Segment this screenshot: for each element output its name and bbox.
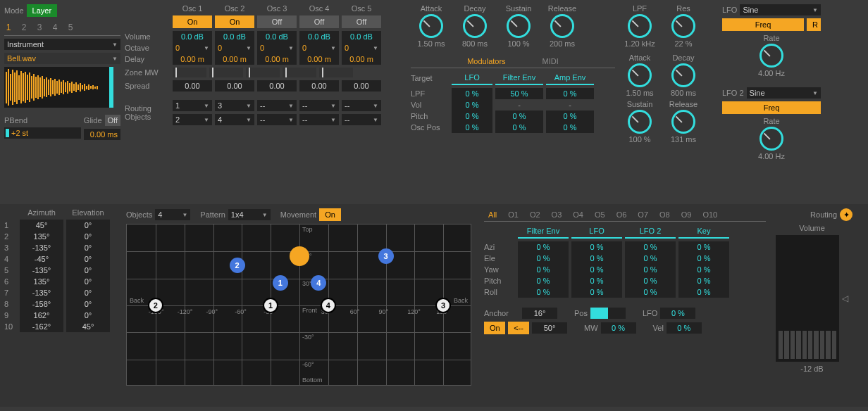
volume-1[interactable]: 0.0 dB [173, 31, 212, 42]
mod-LPF-0[interactable]: 0 % [452, 88, 492, 99]
obj-Roll-2[interactable]: 0 % [625, 286, 676, 298]
obj-tab-All[interactable]: All [484, 208, 501, 221]
obj-Yaw-2[interactable]: 0 % [625, 264, 676, 275]
grid-dot-white-4[interactable]: 4 [321, 298, 336, 313]
layer-button[interactable]: Layer [27, 4, 58, 17]
objmod-col-key[interactable]: Key [678, 225, 729, 239]
routing-1-4[interactable]: -- [342, 114, 381, 125]
obj-tab-O3[interactable]: O3 [547, 208, 566, 221]
wrench-icon[interactable]: ✦ [840, 208, 852, 221]
obj-Pitch-1[interactable]: 0 % [571, 275, 622, 286]
filt-res-knob[interactable] [671, 14, 695, 38]
spatial-grid[interactable]: TopBottomFrontBackBack60°30°-30°-60°-150… [126, 224, 471, 386]
mod-col-ampenv[interactable]: Amp Env [546, 71, 594, 85]
zone-slider-1[interactable] [173, 68, 206, 77]
obj-Pitch-3[interactable]: 0 % [678, 275, 729, 286]
mod-LPF-1[interactable]: 50 % [495, 88, 543, 99]
lfo2-rate-knob[interactable] [760, 127, 783, 151]
osc2-toggle[interactable]: On [215, 15, 254, 28]
obj-Yaw-0[interactable]: 0 % [518, 264, 569, 275]
pattern-select[interactable]: 1x4 [228, 209, 271, 220]
spread-5[interactable]: 0.00 [342, 80, 381, 91]
obj-Yaw-1[interactable]: 0 % [571, 264, 622, 275]
obj-Ele-2[interactable]: 0 % [625, 253, 676, 264]
lfo2-freq-btn[interactable]: Freq [722, 101, 821, 114]
mod-Pitch-1[interactable]: 0 % [495, 110, 543, 122]
delay-4[interactable]: 0.00 m [299, 53, 339, 65]
anchor-arrow[interactable]: <-- [508, 322, 529, 334]
obj-Ele-1[interactable]: 0 % [571, 253, 622, 264]
obj-tab-O4[interactable]: O4 [569, 208, 588, 221]
spread-3[interactable]: 0.00 [257, 80, 297, 91]
mod-Osc Pos-2[interactable]: 0 % [546, 122, 594, 133]
grid-dot-blue-2[interactable]: 2 [230, 258, 245, 273]
objects-select[interactable]: 4 [155, 209, 190, 220]
layer-2[interactable]: 2 [20, 23, 28, 32]
volume-5[interactable]: 0.0 dB [342, 31, 381, 42]
azimuth-1[interactable]: 45° [20, 220, 63, 231]
elevation-3[interactable]: 0° [66, 242, 110, 253]
octave-4[interactable]: 0 [299, 42, 339, 53]
obj-tab-O10[interactable]: O10 [698, 208, 721, 221]
delay-5[interactable]: 0.00 m [342, 53, 381, 65]
adsr-sustain-knob[interactable] [507, 14, 531, 38]
midi-tab[interactable]: MIDI [538, 55, 563, 68]
routing-1-3[interactable]: -- [299, 114, 339, 125]
env2-decay-knob[interactable] [671, 63, 695, 87]
obj-tab-O9[interactable]: O9 [677, 208, 696, 221]
spread-1[interactable]: 0.00 [173, 80, 212, 91]
glide-value[interactable]: 0.00 ms [84, 129, 120, 140]
obj-Roll-1[interactable]: 0 % [571, 286, 622, 298]
obj-Azi-2[interactable]: 0 % [625, 241, 676, 253]
layer-3[interactable]: 3 [35, 23, 44, 32]
delay-3[interactable]: 0.00 m [257, 53, 297, 65]
obj-tab-O2[interactable]: O2 [526, 208, 545, 221]
layer-5[interactable]: 5 [66, 23, 75, 32]
objmod-col-lfo[interactable]: LFO [571, 225, 622, 239]
zone-slider-5[interactable] [319, 68, 353, 77]
obj-Yaw-3[interactable]: 0 % [678, 264, 729, 275]
octave-1[interactable]: 0 [173, 42, 212, 53]
routing-0-4[interactable]: -- [342, 100, 381, 111]
obj-Azi-3[interactable]: 0 % [678, 241, 729, 253]
adsr-release-knob[interactable] [550, 14, 574, 38]
obj-Roll-0[interactable]: 0 % [518, 286, 569, 298]
sample-select[interactable]: Bell.wav [4, 53, 120, 64]
filt-lpf-knob[interactable] [628, 14, 652, 38]
azimuth-4[interactable]: -45° [20, 253, 63, 265]
routing-1-0[interactable]: 2 [173, 114, 212, 125]
routing-0-3[interactable]: -- [299, 100, 339, 111]
adsr-attack-knob[interactable] [419, 14, 443, 38]
lfo-bot-value[interactable]: 0 % [660, 308, 695, 319]
anchor-value[interactable]: 16° [522, 308, 557, 319]
env2-release-knob[interactable] [671, 110, 695, 134]
pos-slider[interactable] [590, 308, 626, 319]
mod-Pitch-2[interactable]: 0 % [546, 110, 594, 122]
azimuth-7[interactable]: -135° [20, 287, 63, 298]
obj-tab-O8[interactable]: O8 [655, 208, 674, 221]
mod-Osc Pos-1[interactable]: 0 % [495, 122, 543, 133]
lfo1-freq-btn[interactable]: Freq [722, 18, 804, 31]
vel-value[interactable]: 0 % [666, 322, 702, 334]
obj-Roll-3[interactable]: 0 % [678, 286, 729, 298]
volume-handle-icon[interactable]: ◁ [842, 293, 848, 303]
obj-tab-O5[interactable]: O5 [590, 208, 609, 221]
zone-slider-4[interactable] [283, 68, 316, 77]
elevation-5[interactable]: 0° [66, 265, 110, 276]
obj-Ele-0[interactable]: 0 % [518, 253, 569, 264]
mod-Pitch-0[interactable]: 0 % [452, 110, 492, 122]
azimuth-3[interactable]: -135° [20, 242, 63, 253]
elevation-9[interactable]: 0° [66, 310, 110, 321]
azimuth-10[interactable]: -162° [20, 321, 63, 332]
env2-attack-knob[interactable] [628, 63, 652, 87]
osc1-toggle[interactable]: On [173, 15, 212, 28]
lfo1-r-btn[interactable]: R [807, 18, 821, 31]
obj-Azi-0[interactable]: 0 % [518, 241, 569, 253]
glide-toggle[interactable]: Off [105, 115, 120, 126]
volume-4[interactable]: 0.0 dB [299, 31, 339, 42]
octave-3[interactable]: 0 [257, 42, 297, 53]
obj-Azi-1[interactable]: 0 % [571, 241, 622, 253]
spread-2[interactable]: 0.00 [215, 80, 254, 91]
obj-tab-O1[interactable]: O1 [504, 208, 523, 221]
mod-Osc Pos-0[interactable]: 0 % [452, 122, 492, 133]
